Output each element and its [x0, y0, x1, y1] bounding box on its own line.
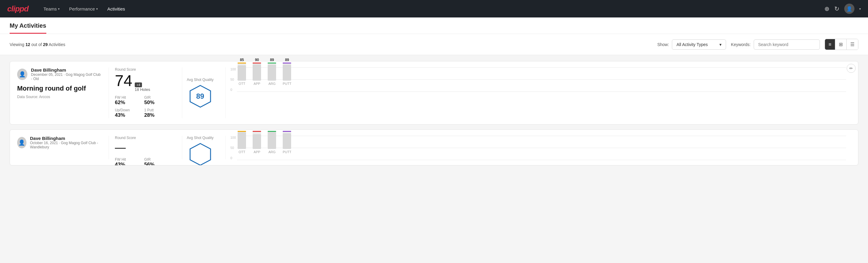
chart-col-ott: 85 OTT — [237, 58, 247, 85]
app-bar-fill — [253, 64, 261, 81]
chart-col-ott: 94 OTT — [237, 129, 247, 154]
user-info: 👤 Dave Billingham December 05, 2021 · Go… — [17, 67, 101, 81]
keywords-label: Keywords: — [731, 42, 750, 47]
view-compact-button[interactable]: ≡ — [825, 39, 835, 50]
arg-bar-fill — [268, 65, 276, 81]
user-name: Dave Billingham — [30, 136, 101, 141]
arg-col-label: ARG — [268, 82, 276, 85]
chart-y-axis: 100 50 0 — [230, 136, 236, 160]
gridline-100 — [237, 136, 846, 136]
user-date: December 05, 2021 · Gog Magog Golf Club … — [31, 72, 101, 81]
view-list-button[interactable]: ☰ — [847, 39, 858, 50]
score-diff-badge: +4 — [135, 83, 142, 87]
nav-right: ⊕ ↻ 👤 ▾ — [825, 4, 861, 14]
avatar: 👤 — [17, 137, 27, 148]
nav-links: Teams ▾ Performance ▾ Activities — [39, 4, 825, 14]
app-col-label: APP — [253, 82, 260, 85]
stat-fw-hit: FW Hit 43% — [115, 157, 140, 166]
quality-hexagon — [188, 142, 212, 159]
filter-bar: Viewing 12 out of 29 Activities Show: Al… — [0, 34, 868, 55]
avatar-person-icon: 👤 — [19, 71, 26, 78]
putt-bar-fill — [283, 65, 291, 81]
viewing-count: 12 — [26, 42, 30, 47]
show-filter-group: Show: All Activity Types ▾ — [657, 39, 726, 50]
card-left: 👤 Dave Billingham October 16, 2021 · Gog… — [17, 136, 101, 159]
dropdown-chevron-icon: ▾ — [719, 42, 721, 47]
search-wrap[interactable] — [754, 39, 820, 50]
stat-1putt: 1 Putt 28% — [144, 108, 169, 118]
svg-marker-1 — [190, 144, 211, 165]
page-header: My Activities — [0, 18, 868, 34]
putt-value-label: 87 — [285, 129, 289, 130]
putt-col-label: PUTT — [283, 82, 291, 85]
view-grid-button[interactable]: ⊞ — [835, 39, 847, 50]
round-score-section: Round Score — FW Hit 43% GIR 56% — [108, 136, 175, 159]
user-date: October 16, 2021 · Gog Magog Golf Club -… — [30, 141, 101, 149]
app-bar-bg — [253, 63, 261, 81]
viewing-total: 29 — [43, 42, 48, 47]
putt-bar-top — [283, 63, 291, 63]
gridline-50 — [237, 148, 846, 148]
quality-hexagon: 89 — [188, 84, 212, 108]
nav-item-teams[interactable]: Teams ▾ — [39, 4, 64, 14]
refresh-icon[interactable]: ↻ — [834, 5, 839, 12]
round-score-row: — — [115, 141, 169, 154]
avatar-chevron-icon[interactable]: ▾ — [859, 7, 861, 10]
ott-value-label: 85 — [240, 58, 244, 62]
chart-col-putt: 89 PUTT — [282, 58, 292, 85]
activity-type-dropdown[interactable]: All Activity Types ▾ — [672, 39, 726, 50]
round-score-value: 74 — [115, 73, 132, 88]
activity-title: Morning round of golf — [17, 85, 101, 92]
stat-updown: Up/Down 43% — [115, 108, 140, 118]
putt-value-label: 89 — [285, 58, 289, 62]
chart-col-app: 90 APP — [252, 58, 262, 85]
avatar-person-icon: 👤 — [18, 139, 25, 146]
chart-col-arg: 89 ARG — [267, 58, 277, 85]
gridline-100 — [237, 67, 846, 68]
page-title: My Activities — [10, 18, 46, 34]
view-toggle: ≡ ⊞ ☰ — [825, 39, 858, 50]
chart-col-arg: 106 ARG — [267, 129, 277, 154]
logo[interactable]: clippd — [7, 4, 29, 13]
round-score-label: Round Score — [115, 136, 169, 140]
mini-stats: FW Hit 43% GIR 56% — [115, 157, 169, 166]
app-bar-top — [253, 63, 261, 63]
quality-label: Avg Shot Quality — [187, 78, 214, 82]
avatar[interactable]: 👤 — [844, 4, 855, 14]
gridline-0 — [237, 91, 846, 92]
arg-bar-bg — [268, 63, 276, 81]
navbar: clippd Teams ▾ Performance ▾ Activities … — [0, 0, 868, 18]
chart-col-putt: 87 PUTT — [282, 129, 292, 154]
quality-value: 89 — [196, 92, 204, 100]
chart-section: 100 50 0 94 OTT — [225, 136, 851, 159]
score-dash: — — [115, 141, 126, 154]
avatar: 👤 — [17, 68, 27, 80]
putt-bar-bg — [283, 63, 291, 81]
shot-quality-section: Avg Shot Quality — [182, 136, 218, 159]
activity-type-value: All Activity Types — [676, 42, 708, 47]
ott-value-label: 94 — [240, 129, 244, 130]
add-icon[interactable]: ⊕ — [825, 5, 830, 12]
chart-col-app: 82 APP — [252, 129, 262, 154]
mini-stats: FW Hit 62% GIR 50% Up/Down 43% 1 Putt 28… — [115, 95, 169, 118]
arg-value-label: 89 — [270, 58, 274, 62]
ott-bar-bg — [238, 63, 246, 81]
gridline-0 — [237, 160, 846, 160]
chart-section: 100 50 0 85 OTT — [225, 67, 851, 118]
nav-label-performance: Performance — [69, 6, 95, 11]
user-info: 👤 Dave Billingham October 16, 2021 · Gog… — [17, 136, 101, 149]
holes-text: 18 Holes — [135, 87, 150, 92]
show-label: Show: — [657, 42, 669, 47]
keywords-filter-group: Keywords: — [731, 39, 819, 50]
avatar-icon: 👤 — [846, 6, 852, 12]
stat-fw-hit: FW Hit 62% — [115, 95, 140, 106]
search-input[interactable] — [758, 42, 815, 47]
app-value-label: 90 — [255, 58, 259, 62]
round-score-section: Round Score 74 +4 18 Holes FW Hit 62% GI… — [108, 67, 175, 118]
chevron-down-icon: ▾ — [58, 7, 60, 10]
arg-value-label: 106 — [269, 129, 275, 130]
chart-y-axis: 100 50 0 — [230, 67, 236, 91]
nav-item-activities[interactable]: Activities — [103, 4, 129, 14]
ott-bar-fill — [238, 65, 246, 81]
nav-item-performance[interactable]: Performance ▾ — [65, 4, 102, 14]
